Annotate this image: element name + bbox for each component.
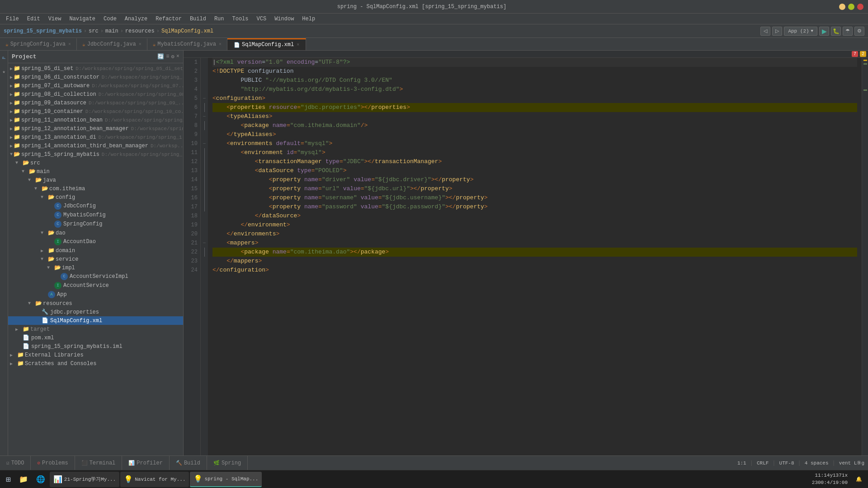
start-btn[interactable]: ⊞ [2,472,14,487]
coverage-btn[interactable]: ☂ [843,27,853,36]
project-gutter-icon[interactable]: P [0,54,8,61]
tab-build[interactable]: 🔨 Build [170,456,207,470]
tree-item-resources[interactable]: ▼ 📂 resources [8,299,183,308]
code-line-19[interactable]: </environment> [212,221,857,230]
tree-item-pomxml[interactable]: 📄 pom.xml [8,333,183,342]
code-line-1[interactable]: |<?xml version="1.0" encoding="UTF-8"?> [212,58,857,67]
fold-21[interactable]: ─ [201,239,208,248]
tab-sqlmapconfig[interactable]: 📄 SqlMapConfig.xml × [227,38,306,50]
editor-content[interactable]: 1 2 3 4 5 6 7 8 9 10 11 12 13 14 15 16 1… [184,58,868,455]
settings-btn[interactable]: ⚙ [854,27,864,36]
menu-edit[interactable]: Edit [24,15,44,23]
code-line-17[interactable]: <property name="password" value="${jdbc.… [212,202,857,211]
taskbar-notification[interactable]: 🔔 [852,476,866,482]
close-sidebar-icon[interactable]: × [176,53,179,60]
tab-profiler[interactable]: 📊 Profiler [122,456,170,470]
nav-forward-btn[interactable]: ▷ [772,27,782,36]
tree-item-dao[interactable]: ▼ 📂 dao [8,229,183,237]
tab-springconfig[interactable]: ☕ SpringConfig.java × [0,38,77,50]
tree-item-domain[interactable]: ▶ 📁 domain [8,246,183,255]
code-line-6[interactable]: <properties resource="jdbc.properties"><… [212,103,857,112]
code-line-5[interactable]: <configuration> [212,94,857,103]
menu-vcs[interactable]: VCS [253,15,270,23]
code-line-15[interactable]: <property name="url" value="${jdbc.url}"… [212,184,857,193]
menu-view[interactable]: View [45,15,65,23]
nav-src[interactable]: src [89,28,99,34]
nav-main[interactable]: main [105,28,118,34]
tree-item-spring11[interactable]: ▶ 📁 spring_11_annotation_bean D:/workspa… [8,116,183,124]
code-line-10[interactable]: <environments default="mysql"> [212,139,857,148]
menu-file[interactable]: File [2,15,23,23]
tree-item-iml[interactable]: 📄 spring_15_spring_mybatis.iml [8,342,183,351]
menu-window[interactable]: Window [271,15,297,23]
tree-item-accountservice[interactable]: I AccountService [8,281,183,290]
tree-item-accountserviceimpl[interactable]: C AccountServiceImpl [8,272,183,281]
tab-terminal[interactable]: ⬛ Terminal [75,456,123,470]
fold-1[interactable] [201,58,208,67]
tab-spring[interactable]: 🌿 Spring [207,456,248,470]
tab-problems[interactable]: ⊘ Problems [31,456,75,470]
code-line-16[interactable]: <property name="username" value="${jdbc.… [212,193,857,202]
nav-back-btn[interactable]: ◁ [760,27,770,36]
tree-item-jdbcproperties[interactable]: 🔧 jdbc.properties [8,308,183,316]
code-line-3[interactable]: PUBLIC "-//mybatis.org//DTD Config 3.0//… [212,76,857,85]
code-line-18[interactable]: </dataSource> [212,211,857,221]
favorites-gutter-icon[interactable]: ★ [0,68,8,75]
collapse-icon[interactable]: ≡ [166,53,169,60]
code-line-7[interactable]: <typeAliases> [212,112,857,121]
menu-tools[interactable]: Tools [229,15,252,23]
maximize-btn[interactable] [848,4,854,10]
tree-item-app[interactable]: A App [8,290,183,299]
tree-item-spring08[interactable]: ▶ 📁 spring_08_di_collection D:/workspace… [8,90,183,99]
taskbar-intellij-2[interactable]: 💡 spring - SqlMap... [190,472,262,487]
tree-item-config[interactable]: ▼ 📂 config [8,193,183,202]
code-line-21[interactable]: <mappers> [212,239,857,248]
taskbar-chrome[interactable]: 🌐 [33,472,49,487]
tree-item-impl[interactable]: ▼ 📂 impl [8,263,183,272]
tree-item-spring15[interactable]: ▼ 📂 spring_15_spring_mybatis D:/workspac… [8,150,183,159]
tree-item-comitheima[interactable]: ▼ 📂 com.itheima [8,184,183,193]
tree-item-extlibs[interactable]: ▶ 📁 External Libraries [8,351,183,359]
menu-refactor[interactable]: Refactor [152,15,185,23]
code-line-2[interactable]: <!DOCTYPE configuration [212,67,857,76]
tree-item-spring13[interactable]: ▶ 📁 spring_13_annotation_di D:/workspace… [8,133,183,141]
fold-7[interactable]: ─ [201,112,208,121]
code-line-24[interactable]: </configuration> [212,266,857,275]
tree-item-springconfig[interactable]: C SpringConfig [8,220,183,229]
code-line-23[interactable]: </mappers> [212,257,857,266]
taskbar-intellij-1[interactable]: 💡 Navicat for My... [120,472,189,487]
settings-icon[interactable]: ⚙ [171,53,175,60]
taskbar-ppt[interactable]: 📊 21-Spring学习My... [50,472,119,487]
code-lines[interactable]: |<?xml version="1.0" encoding="UTF-8"?> … [208,58,862,455]
code-line-8[interactable]: <package name="com.itheima.domain"/> [212,121,857,130]
tree-item-spring12[interactable]: ▶ 📁 spring_12_annotation_bean_manager D:… [8,124,183,133]
mybatisconfig-close-icon[interactable]: × [219,42,222,47]
debug-btn[interactable]: 🐛 [831,27,841,36]
tree-item-jdbcconfig[interactable]: C JdbcConfig [8,202,183,211]
code-line-13[interactable]: <dataSource type="POOLED"> [212,166,857,175]
menu-analyze[interactable]: Analyze [121,15,151,23]
springconfig-close-icon[interactable]: × [68,42,71,47]
tree-item-spring14[interactable]: ▶ 📁 spring_14_annotation_third_bean_mana… [8,141,183,150]
tree-item-accountdao[interactable]: I AccountDao [8,237,183,246]
fold-5[interactable]: ─ [201,94,208,103]
sqlmapconfig-close-icon[interactable]: × [297,42,299,47]
tree-item-spring05[interactable]: ▶ 📁 spring_05_di_set D:/workspace/spring… [8,64,183,73]
tree-item-sqlmapconfig[interactable]: 📄 SqlMapConfig.xml [8,316,183,325]
code-line-22[interactable]: <package name="com.itheima.dao"></packag… [212,248,857,257]
jdbcconfig-close-icon[interactable]: × [139,42,142,47]
tree-item-main[interactable]: ▼ 📂 main [8,167,183,176]
close-btn[interactable] [857,4,863,10]
run-btn[interactable]: ▶ [819,27,829,36]
code-line-4[interactable]: "http://mybatis.org/dtd/mybatis-3-config… [212,85,857,94]
nav-resources[interactable]: resources [125,28,155,34]
tree-item-spring10[interactable]: ▶ 📁 spring_10_container D:/workspace/spr… [8,107,183,116]
code-line-11[interactable]: <environment id="mysql"> [212,148,857,157]
nav-file[interactable]: SqlMapConfig.xml [161,28,213,34]
tab-todo[interactable]: ☑ TODO [0,456,31,470]
menu-help[interactable]: Help [298,15,319,23]
tree-item-scratches[interactable]: ▶ 📁 Scratches and Consoles [8,359,183,368]
code-line-9[interactable]: </typeAliases> [212,130,857,139]
menu-navigate[interactable]: Navigate [66,15,99,23]
code-line-14[interactable]: <property name="driver" value="${jdbc.dr… [212,175,857,184]
